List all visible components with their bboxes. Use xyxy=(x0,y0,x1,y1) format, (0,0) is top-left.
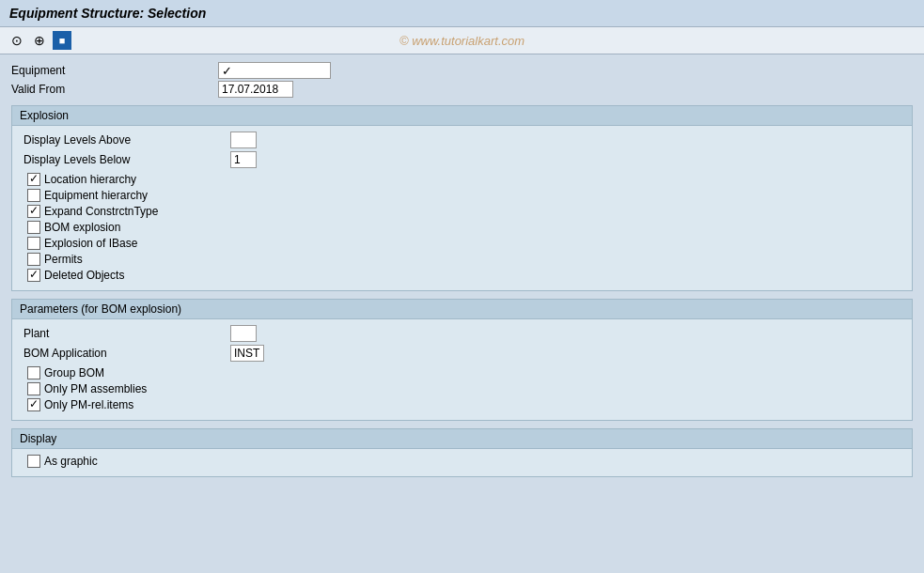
page-title: Equipment Structure: Selection xyxy=(9,6,206,21)
parameters-header: Parameters (for BOM explosion) xyxy=(12,300,912,319)
permits-checkbox[interactable] xyxy=(27,253,40,266)
explosion-ibase-label: Explosion of IBase xyxy=(44,237,137,250)
display-levels-above-label: Display Levels Above xyxy=(23,133,230,147)
toolbar: ⊙ ⊕ ■ © www.tutorialkart.com xyxy=(0,27,924,54)
permits-row[interactable]: Permits xyxy=(23,253,901,266)
plant-row: Plant xyxy=(23,325,901,342)
plant-input[interactable] xyxy=(230,325,257,342)
bom-application-row: BOM Application xyxy=(23,345,901,362)
valid-from-input[interactable] xyxy=(218,81,293,98)
bom-explosion-label: BOM explosion xyxy=(44,221,120,234)
location-hierarchy-row[interactable]: Location hierarchy xyxy=(23,173,901,186)
group-bom-label: Group BOM xyxy=(44,366,104,379)
equipment-row: Equipment ✓ xyxy=(11,62,913,79)
display-section: Display As graphic xyxy=(11,428,913,477)
explosion-section: Explosion Display Levels Above Display L… xyxy=(11,105,913,291)
valid-from-row: Valid From xyxy=(11,81,913,98)
deleted-objects-row[interactable]: Deleted Objects xyxy=(23,269,901,282)
back-icon[interactable]: ⊙ xyxy=(8,31,26,50)
valid-from-label: Valid From xyxy=(11,83,218,96)
display-header: Display xyxy=(12,429,912,449)
expand-constrction-row[interactable]: Expand ConstrctnType xyxy=(23,205,901,218)
deleted-objects-checkbox[interactable] xyxy=(27,269,40,282)
title-bar: Equipment Structure: Selection xyxy=(0,0,924,27)
equipment-value: ✓ xyxy=(218,62,331,79)
display-levels-above-input[interactable] xyxy=(230,132,257,148)
display-levels-below-label: Display Levels Below xyxy=(23,153,230,166)
save-icon[interactable]: ■ xyxy=(53,31,71,50)
as-graphic-label: As graphic xyxy=(44,455,98,468)
only-pm-rel-items-checkbox[interactable] xyxy=(27,398,40,411)
group-bom-checkbox[interactable] xyxy=(27,366,40,379)
bom-explosion-row[interactable]: BOM explosion xyxy=(23,221,901,234)
equipment-hierarchy-label: Equipment hierarchy xyxy=(44,189,148,202)
explosion-header: Explosion xyxy=(12,106,912,126)
parameters-section: Parameters (for BOM explosion) Plant BOM… xyxy=(11,299,913,421)
explosion-ibase-checkbox[interactable] xyxy=(27,237,40,250)
favorites-icon[interactable]: ⊕ xyxy=(30,31,49,50)
bom-explosion-checkbox[interactable] xyxy=(27,221,40,234)
equipment-hierarchy-row[interactable]: Equipment hierarchy xyxy=(23,189,901,202)
location-hierarchy-label: Location hierarchy xyxy=(44,173,136,186)
only-pm-assemblies-row[interactable]: Only PM assemblies xyxy=(23,382,901,395)
bom-application-input[interactable] xyxy=(230,345,264,362)
display-levels-below-input[interactable] xyxy=(230,151,257,168)
as-graphic-row[interactable]: As graphic xyxy=(23,455,901,468)
display-levels-below-row: Display Levels Below xyxy=(23,151,901,168)
deleted-objects-label: Deleted Objects xyxy=(44,269,124,282)
permits-label: Permits xyxy=(44,253,83,266)
display-levels-above-row: Display Levels Above xyxy=(23,132,901,148)
explosion-ibase-row[interactable]: Explosion of IBase xyxy=(23,237,901,250)
equipment-label: Equipment xyxy=(11,64,218,77)
only-pm-assemblies-checkbox[interactable] xyxy=(27,382,40,395)
as-graphic-checkbox[interactable] xyxy=(27,455,40,468)
only-pm-assemblies-label: Only PM assemblies xyxy=(44,382,147,395)
bom-application-label: BOM Application xyxy=(23,347,230,360)
plant-label: Plant xyxy=(23,327,230,340)
only-pm-rel-items-label: Only PM-rel.items xyxy=(44,398,133,411)
expand-constrction-checkbox[interactable] xyxy=(27,205,40,218)
location-hierarchy-checkbox[interactable] xyxy=(27,173,40,186)
expand-constrction-label: Expand ConstrctnType xyxy=(44,205,158,218)
equipment-hierarchy-checkbox[interactable] xyxy=(27,189,40,202)
only-pm-rel-items-row[interactable]: Only PM-rel.items xyxy=(23,398,901,411)
group-bom-row[interactable]: Group BOM xyxy=(23,366,901,379)
watermark: © www.tutorialkart.com xyxy=(399,34,525,48)
